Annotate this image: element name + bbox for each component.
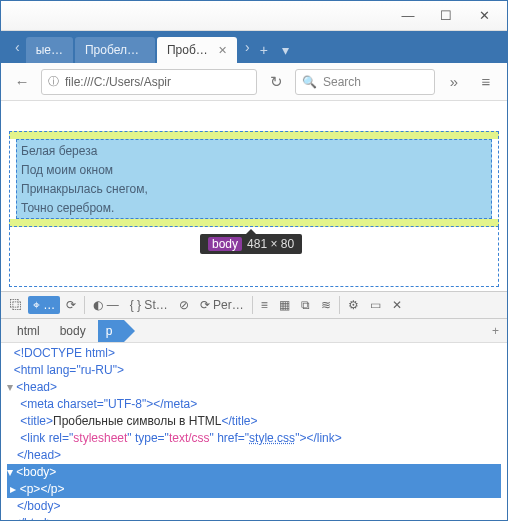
tooltip-dims: 481 × 80	[247, 237, 294, 251]
reload-button[interactable]: ↻	[263, 69, 289, 95]
tab-2-active[interactable]: Пробель…✕	[157, 37, 237, 63]
close-tab-icon[interactable]: ✕	[218, 44, 227, 57]
perf-tab[interactable]: ⟳ Per…	[195, 296, 249, 314]
tab-history-fwd[interactable]: ›	[239, 39, 256, 55]
overflow-button[interactable]: »	[441, 69, 467, 95]
rules-view[interactable]: ≡	[256, 296, 273, 314]
window-maximize[interactable]: ☐	[427, 5, 465, 27]
devtools-toolbar: ⿻ ⌖ … ⟳ ◐ — { } St… ⊘ ⟳ Per… ≡ ▦ ⧉ ≋ ⚙ ▭…	[1, 291, 507, 319]
tab-list-dropdown[interactable]: ▾	[278, 37, 298, 63]
search-placeholder: Search	[323, 75, 361, 89]
console-tab[interactable]: ◐ —	[88, 296, 123, 314]
close-devtools[interactable]: ✕	[387, 296, 407, 314]
dock-button[interactable]: ▭	[365, 296, 386, 314]
settings-icon[interactable]: ⚙	[343, 296, 364, 314]
crumb-body[interactable]: body	[52, 320, 98, 342]
tab-history-back[interactable]: ‹	[9, 39, 26, 55]
inspector-tab[interactable]: ⌖ …	[28, 296, 60, 314]
back-button[interactable]: ←	[9, 69, 35, 95]
new-tab-button[interactable]: +	[256, 37, 276, 63]
iframe-picker[interactable]: ⿻	[5, 296, 27, 314]
layout-view[interactable]: ▦	[274, 296, 295, 314]
info-icon[interactable]: ⓘ	[48, 74, 59, 89]
body-node[interactable]: ▾ <body>	[7, 464, 501, 481]
window-minimize[interactable]: —	[389, 5, 427, 27]
url-text: file:///C:/Users/Aspir	[65, 75, 171, 89]
crumb-add[interactable]: +	[492, 324, 499, 338]
markup-view[interactable]: <!DOCTYPE html> <html lang="ru-RU"> ▾ <h…	[1, 343, 507, 521]
element-tooltip: body 481 × 80	[200, 234, 302, 254]
menu-button[interactable]: ≡	[473, 69, 499, 95]
breadcrumb: html body p +	[1, 319, 507, 343]
tab-0[interactable]: ые…	[26, 37, 73, 63]
search-icon: 🔍	[302, 75, 317, 89]
anim-view[interactable]: ≋	[316, 296, 336, 314]
url-bar[interactable]: ⓘ file:///C:/Users/Aspir	[41, 69, 257, 95]
crumb-p-selected[interactable]: p	[98, 320, 125, 342]
window-close[interactable]: ✕	[465, 5, 503, 27]
computed-view[interactable]: ⧉	[296, 296, 315, 314]
responsive-button[interactable]: ⟳	[61, 296, 81, 314]
search-box[interactable]: 🔍 Search	[295, 69, 435, 95]
debugger-tab[interactable]: ⊘	[174, 296, 194, 314]
tooltip-tag: body	[208, 237, 242, 251]
page-content: Белая береза Под моим окном Принакрылась…	[1, 101, 507, 291]
style-tab[interactable]: { } St…	[125, 296, 173, 314]
p-node-selected[interactable]: ▸ <p></p>	[7, 481, 501, 498]
dashed-outline	[9, 131, 499, 227]
tab-1[interactable]: Пробельные…	[75, 37, 155, 63]
crumb-html[interactable]: html	[9, 320, 52, 342]
